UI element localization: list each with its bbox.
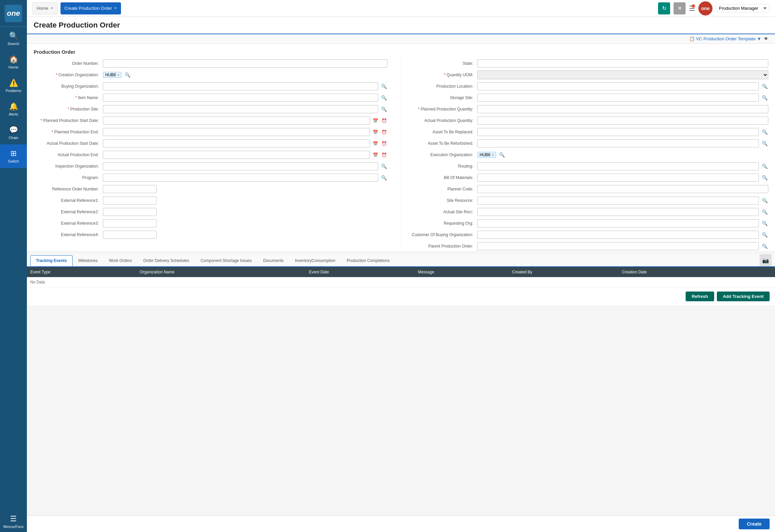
input-ext-ref1[interactable] <box>103 196 157 205</box>
clock-planned-end-button[interactable]: ⏰ <box>381 129 388 135</box>
input-ext-ref2[interactable] <box>103 208 157 216</box>
col-actions <box>747 267 775 277</box>
sidebar-item-switch[interactable]: ⊞ Switch <box>0 144 27 168</box>
search-production-site-button[interactable]: 🔍 <box>380 105 388 113</box>
input-actual-site-rsrc[interactable] <box>477 208 759 216</box>
search-actual-site-rsrc-button[interactable]: 🔍 <box>761 208 768 216</box>
input-planned-start[interactable] <box>103 117 370 125</box>
select-qty-uom[interactable] <box>477 71 768 79</box>
tab-tracking-events[interactable]: Tracking Events <box>30 255 73 266</box>
search-execution-org-button[interactable]: 🔍 <box>498 151 505 159</box>
refresh-button[interactable]: ↻ <box>658 2 670 14</box>
refresh-tracking-button[interactable]: Refresh <box>686 292 714 301</box>
template-bar: 📋 VC Production Order Template ▼ 👁 <box>27 34 775 44</box>
input-planned-end[interactable] <box>103 128 370 136</box>
tab-component-shortage[interactable]: Component Shortage Issues <box>195 255 257 266</box>
sidebar-item-label: Switch <box>8 159 19 163</box>
input-production-site[interactable] <box>103 105 378 113</box>
app-logo[interactable]: one <box>0 0 27 27</box>
sidebar-item-menus[interactable]: ☰ Menus/Favs <box>0 510 27 532</box>
eye-icon[interactable]: 👁 <box>764 36 768 41</box>
close-icon[interactable]: ✕ <box>50 6 53 10</box>
input-bom[interactable] <box>477 174 759 182</box>
add-tracking-event-button[interactable]: Add Tracking Event <box>717 292 770 301</box>
user-role-select[interactable]: Production Manager <box>716 4 770 12</box>
input-parent-prod-order[interactable] <box>477 242 759 250</box>
search-storage-site-button[interactable]: 🔍 <box>761 94 768 101</box>
tab-home[interactable]: Home ✕ <box>32 2 58 14</box>
clock-actual-end-button[interactable]: ⏰ <box>381 151 388 158</box>
label-state: State: <box>408 61 475 66</box>
sidebar-item-problems[interactable]: ⚠️ Problems <box>0 74 27 97</box>
calendar-planned-end-button[interactable]: 📅 <box>372 129 379 135</box>
input-planner-code[interactable] <box>477 185 768 193</box>
input-ext-ref4[interactable] <box>103 231 157 239</box>
input-requesting-org[interactable] <box>477 219 759 227</box>
search-routing-button[interactable]: 🔍 <box>761 163 768 170</box>
tab-inventory-consumption[interactable]: InventoryConsumption <box>289 255 341 266</box>
search-asset-replaced-button[interactable]: 🔍 <box>761 128 768 136</box>
field-parent-prod-order: Parent Production Order: 🔍 <box>408 241 768 251</box>
search-prod-location-button[interactable]: 🔍 <box>761 83 768 90</box>
search-inspection-org-button[interactable]: 🔍 <box>380 163 388 170</box>
search-item-name-button[interactable]: 🔍 <box>380 94 388 101</box>
tab-active-label: Create Production Order <box>65 6 112 11</box>
tab-create-production-order[interactable]: Create Production Order ✕ <box>60 2 121 14</box>
input-inspection-org[interactable] <box>103 162 378 170</box>
hamburger-menu-button[interactable]: ☰ <box>689 4 695 12</box>
input-customer-buying-org[interactable] <box>477 231 759 239</box>
create-button[interactable]: Create <box>739 519 770 529</box>
input-planned-qty[interactable] <box>477 105 768 113</box>
input-ref-order-num[interactable] <box>103 185 157 193</box>
template-link[interactable]: 📋 VC Production Order Template ▼ <box>689 36 761 41</box>
input-asset-replaced[interactable] <box>477 128 759 136</box>
calendar-planned-start-button[interactable]: 📅 <box>372 117 379 124</box>
input-actual-qty[interactable] <box>477 117 768 125</box>
sidebar-item-alerts[interactable]: 🔔 Alerts <box>0 97 27 121</box>
label-execution-org: Execution Organization: <box>408 152 475 157</box>
input-item-name[interactable] <box>103 94 378 102</box>
input-asset-refurbished[interactable] <box>477 139 759 147</box>
input-site-resource[interactable] <box>477 196 759 205</box>
input-actual-start[interactable] <box>103 139 370 147</box>
search-site-resource-button[interactable]: 🔍 <box>761 197 768 204</box>
tab-work-orders[interactable]: Work Orders <box>103 255 137 266</box>
tag-remove-icon[interactable]: × <box>117 73 119 77</box>
clock-planned-start-button[interactable]: ⏰ <box>381 117 388 124</box>
field-qty-uom: * Quantity UOM: <box>408 70 768 80</box>
chat-icon: 💬 <box>9 126 18 134</box>
close-button[interactable]: ✕ <box>674 2 686 14</box>
tag-remove-exec-icon[interactable]: × <box>492 153 494 157</box>
close-active-icon[interactable]: ✕ <box>114 6 117 10</box>
search-bom-button[interactable]: 🔍 <box>761 174 768 181</box>
camera-icon-button[interactable]: 📷 <box>760 254 772 266</box>
input-prod-location[interactable] <box>477 82 759 90</box>
calendar-actual-start-button[interactable]: 📅 <box>372 140 379 147</box>
input-actual-end[interactable] <box>103 151 370 159</box>
input-routing[interactable] <box>477 162 759 170</box>
sidebar-item-home[interactable]: 🏠 Home <box>0 50 27 74</box>
field-actual-end: Actual Production End: 📅 ⏰ <box>34 150 388 160</box>
input-program[interactable] <box>103 174 378 182</box>
input-buying-org[interactable] <box>103 82 378 90</box>
search-creation-org-button[interactable]: 🔍 <box>124 71 131 79</box>
input-storage-site[interactable] <box>477 94 759 102</box>
tab-order-delivery[interactable]: Order Delivery Schedules <box>137 255 195 266</box>
tab-documents[interactable]: Documents <box>257 255 289 266</box>
search-customer-buying-org-button[interactable]: 🔍 <box>761 231 768 238</box>
search-buying-org-button[interactable]: 🔍 <box>380 83 388 90</box>
search-parent-prod-order-button[interactable]: 🔍 <box>761 242 768 250</box>
input-ext-ref3[interactable] <box>103 219 157 227</box>
sidebar-item-chats[interactable]: 💬 Chats <box>0 121 27 144</box>
label-site-resource: Site Resource: <box>408 198 475 203</box>
tab-production-completions[interactable]: Production Completions <box>341 255 395 266</box>
search-requesting-org-button[interactable]: 🔍 <box>761 220 768 227</box>
clock-actual-start-button[interactable]: ⏰ <box>381 140 388 147</box>
input-order-number[interactable] <box>103 59 388 68</box>
search-asset-refurbished-button[interactable]: 🔍 <box>761 140 768 147</box>
search-program-button[interactable]: 🔍 <box>380 174 388 181</box>
tab-milestones[interactable]: Milestones <box>73 255 103 266</box>
input-state[interactable] <box>477 59 768 68</box>
sidebar-item-search[interactable]: 🔍 Search <box>0 27 27 50</box>
calendar-actual-end-button[interactable]: 📅 <box>372 151 379 158</box>
